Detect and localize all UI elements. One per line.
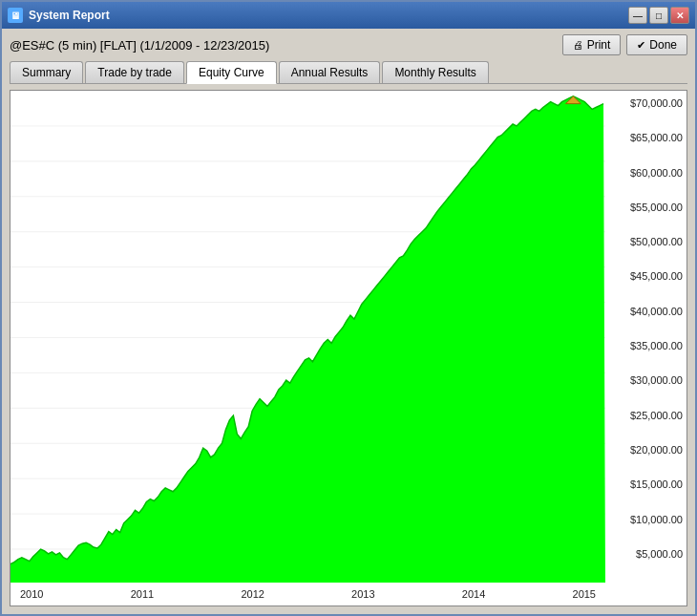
title-bar-controls: — □ ✕ [628,7,689,24]
print-button[interactable]: 🖨 Print [562,34,622,55]
y-label-40000: $40,000.00 [605,307,683,317]
svg-marker-13 [11,96,605,583]
tab-equity-curve[interactable]: Equity Curve [186,61,277,84]
y-label-70000: $70,000.00 [605,98,683,109]
x-axis: 2010 2011 2012 2013 2014 2015 [11,583,605,605]
tabs-row: Summary Trade by trade Equity Curve Annu… [10,61,687,84]
header-row: @ES#C (5 min) [FLAT] (1/1/2009 - 12/23/2… [10,34,687,55]
window-content: @ES#C (5 min) [FLAT] (1/1/2009 - 12/23/2… [2,29,695,614]
y-label-65000: $65,000.00 [605,133,683,143]
checkmark-icon: ✔ [637,39,645,52]
x-label-2014: 2014 [462,588,485,600]
y-label-5000: $5,000.00 [605,549,683,560]
x-label-2015: 2015 [573,588,596,600]
close-button[interactable]: ✕ [670,7,689,24]
system-report-window: 🖥 System Report — □ ✕ @ES#C (5 min) [FLA… [0,0,697,616]
done-button[interactable]: ✔ Done [626,34,687,55]
header-buttons: 🖨 Print ✔ Done [562,34,687,55]
y-label-45000: $45,000.00 [605,271,683,282]
y-label-15000: $15,000.00 [605,479,683,490]
y-label-35000: $35,000.00 [605,341,683,351]
tab-trade-by-trade[interactable]: Trade by trade [85,61,184,83]
title-bar-left: 🖥 System Report [8,8,110,23]
x-label-2012: 2012 [241,588,264,600]
y-axis: $70,000.00 $65,000.00 $60,000.00 $55,000… [605,91,686,583]
print-icon: 🖨 [573,39,583,51]
maximize-button[interactable]: □ [649,7,668,24]
chart-inner: $70,000.00 $65,000.00 $60,000.00 $55,000… [11,91,686,583]
title-bar: 🖥 System Report — □ ✕ [2,2,695,29]
chart-area [11,91,605,583]
minimize-button[interactable]: — [628,7,647,24]
y-label-50000: $50,000.00 [605,237,683,247]
y-label-10000: $10,000.00 [605,515,683,525]
report-info: @ES#C (5 min) [FLAT] (1/1/2009 - 12/23/2… [10,38,269,53]
equity-curve-chart [11,91,605,583]
y-label-60000: $60,000.00 [605,168,683,179]
tab-summary[interactable]: Summary [10,61,83,83]
x-label-2010: 2010 [20,588,43,600]
y-label-25000: $25,000.00 [605,411,683,421]
y-label-20000: $20,000.00 [605,445,683,456]
window-title: System Report [29,9,110,22]
x-label-2013: 2013 [351,588,374,600]
x-label-2011: 2011 [131,588,154,600]
tab-monthly-results[interactable]: Monthly Results [382,61,488,83]
app-icon: 🖥 [8,8,23,23]
y-label-55000: $55,000.00 [605,202,683,213]
y-label-30000: $30,000.00 [605,375,683,386]
chart-container: $70,000.00 $65,000.00 $60,000.00 $55,000… [10,90,687,606]
tab-annual-results[interactable]: Annual Results [279,61,381,83]
